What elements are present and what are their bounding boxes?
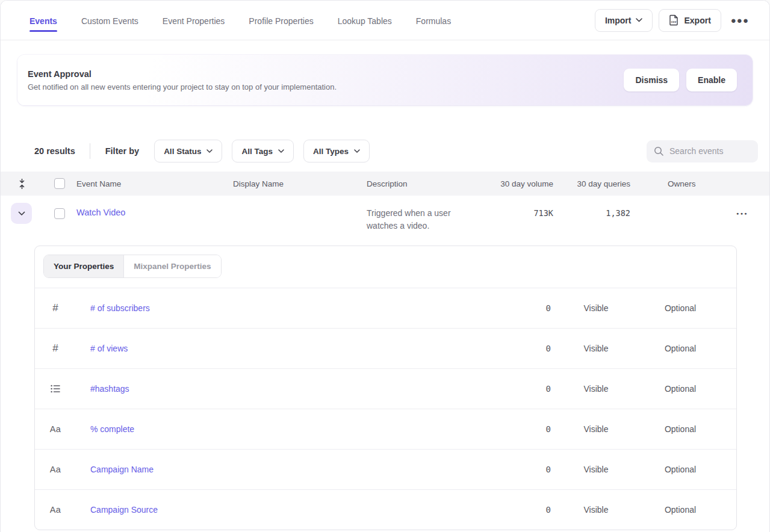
nav-actions: Import csv Export ●●● (595, 9, 753, 32)
number-type-icon: # (45, 302, 66, 314)
property-volume: 0 (491, 505, 551, 515)
event-approval-banner: Event Approval Get notified on all new e… (17, 55, 753, 105)
event-name-link[interactable]: Watch Video (76, 204, 233, 217)
description-cell: Triggered when a user watches a video. (367, 204, 481, 232)
tab-formulas[interactable]: Formulas (416, 3, 451, 38)
csv-file-icon: csv (669, 14, 679, 26)
property-name-link[interactable]: Campaign Source (66, 505, 491, 515)
property-name-link[interactable]: # of subscribers (66, 303, 491, 313)
tab-lookup-tables[interactable]: Lookup Tables (338, 3, 392, 38)
property-row: Aa % complete 0 Visible Optional (35, 409, 736, 449)
header-display-name: Display Name (233, 179, 367, 188)
banner-title: Event Approval (28, 69, 624, 79)
expander-cell (1, 204, 43, 224)
types-filter-label: All Types (313, 147, 349, 156)
tab-custom-events[interactable]: Custom Events (81, 3, 138, 38)
property-requirement: Optional (641, 384, 719, 394)
property-requirement: Optional (641, 344, 719, 353)
chevron-down-icon (354, 149, 360, 153)
status-filter-label: All Status (164, 147, 201, 156)
volume-cell: 713K (481, 204, 559, 218)
more-menu-button[interactable]: ●●● (727, 9, 753, 32)
tab-event-properties[interactable]: Event Properties (163, 3, 225, 38)
ellipsis-icon: ●●● (731, 15, 749, 25)
row-actions-cell: ●●● (715, 204, 769, 220)
number-type-icon: # (45, 342, 66, 354)
property-name-link[interactable]: # of views (66, 344, 491, 353)
ellipsis-icon: ●●● (736, 211, 748, 215)
select-all-checkbox-cell (43, 178, 76, 189)
dismiss-button[interactable]: Dismiss (624, 69, 679, 91)
properties-tabs-wrap: Your Properties Mixpanel Properties (35, 246, 736, 288)
banner-subtitle: Get notified on all new events entering … (28, 82, 624, 91)
property-name-link[interactable]: % complete (66, 424, 491, 434)
types-filter-dropdown[interactable]: All Types (303, 140, 370, 162)
header-30day-volume: 30 day volume (481, 179, 559, 188)
search-box[interactable] (647, 140, 758, 162)
banner-text: Event Approval Get notified on all new e… (28, 69, 624, 91)
text-type-icon: Aa (45, 505, 66, 515)
property-visibility: Visible (551, 465, 641, 474)
table-header: Event Name Display Name Description 30 d… (1, 172, 769, 196)
list-type-icon (45, 385, 66, 393)
table-row: Watch Video Triggered when a user watche… (1, 196, 769, 232)
header-30day-queries: 30 day queries (559, 179, 644, 188)
search-input[interactable] (669, 146, 751, 156)
property-volume: 0 (491, 303, 551, 313)
filter-dropdowns: All Status All Tags All Types (154, 140, 647, 162)
lexicon-page: Events Custom Events Event Properties Pr… (0, 0, 770, 532)
header-event-name: Event Name (76, 179, 233, 188)
property-visibility: Visible (551, 424, 641, 434)
property-volume: 0 (491, 384, 551, 394)
property-visibility: Visible (551, 505, 641, 515)
divider (90, 143, 90, 159)
enable-button[interactable]: Enable (686, 69, 737, 91)
property-row: Aa Campaign Name 0 Visible Optional (35, 449, 736, 489)
property-row: # # of views 0 Visible Optional (35, 328, 736, 368)
tab-your-properties[interactable]: Your Properties (44, 255, 124, 277)
property-requirement: Optional (641, 424, 719, 434)
property-requirement: Optional (641, 303, 719, 313)
property-row: Aa Campaign Source 0 Visible Optional (35, 489, 736, 530)
properties-panel: Your Properties Mixpanel Properties # # … (34, 246, 737, 530)
row-checkbox[interactable] (54, 208, 65, 219)
filter-by-label: Filter by (105, 146, 139, 156)
status-filter-dropdown[interactable]: All Status (154, 140, 222, 162)
search-icon (654, 146, 664, 156)
banner-actions: Dismiss Enable (624, 69, 737, 91)
text-type-icon: Aa (45, 465, 66, 474)
row-checkbox-cell (43, 204, 76, 219)
chevron-down-icon (278, 149, 284, 153)
tab-profile-properties[interactable]: Profile Properties (249, 3, 313, 38)
collapse-row-button[interactable] (11, 203, 32, 224)
collapse-all-icon[interactable] (1, 179, 43, 189)
properties-tab-switcher: Your Properties Mixpanel Properties (43, 255, 222, 278)
svg-text:csv: csv (671, 20, 677, 23)
tab-events[interactable]: Events (29, 3, 57, 38)
top-navigation: Events Custom Events Event Properties Pr… (1, 1, 769, 40)
import-button-label: Import (605, 16, 632, 25)
nav-tabs: Events Custom Events Event Properties Pr… (29, 3, 595, 38)
chevron-down-icon (636, 18, 642, 22)
tab-mixpanel-properties[interactable]: Mixpanel Properties (124, 255, 220, 277)
header-description: Description (367, 179, 481, 188)
export-button[interactable]: csv Export (659, 9, 721, 32)
row-more-button[interactable]: ●●● (733, 205, 752, 220)
header-owners: Owners (644, 179, 715, 188)
property-name-link[interactable]: #hashtags (66, 384, 491, 394)
property-visibility: Visible (551, 303, 641, 313)
tags-filter-label: All Tags (241, 147, 273, 156)
property-volume: 0 (491, 344, 551, 353)
text-type-icon: Aa (45, 424, 66, 434)
filter-bar: 20 results Filter by All Status All Tags… (34, 140, 759, 162)
select-all-checkbox[interactable] (54, 178, 65, 189)
export-button-label: Export (684, 16, 710, 25)
chevron-down-icon (206, 149, 213, 153)
chevron-down-icon (18, 211, 25, 216)
property-row: #hashtags 0 Visible Optional (35, 368, 736, 409)
queries-cell: 1,382 (559, 204, 644, 218)
results-count: 20 results (34, 146, 75, 156)
import-button[interactable]: Import (595, 9, 653, 32)
property-name-link[interactable]: Campaign Name (66, 465, 491, 474)
tags-filter-dropdown[interactable]: All Tags (232, 140, 294, 162)
